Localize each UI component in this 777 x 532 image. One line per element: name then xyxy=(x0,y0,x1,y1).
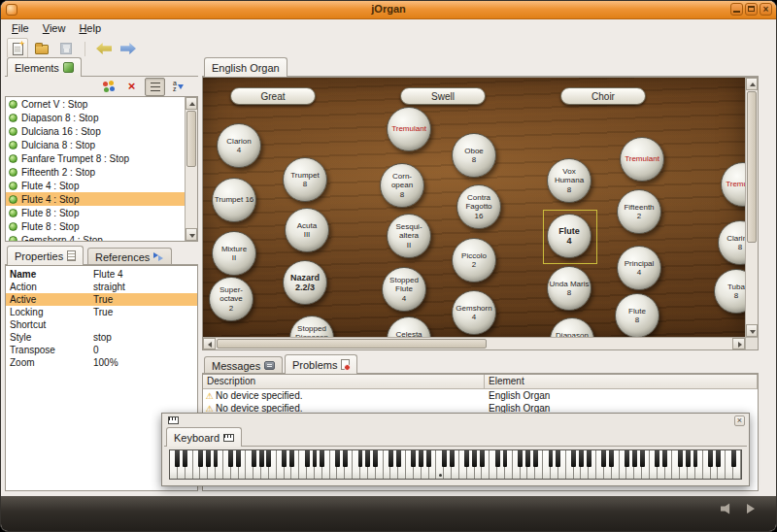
stop-knob[interactable]: Diapason8 xyxy=(550,317,594,337)
stop-knob[interactable]: StoppedDiapason8 xyxy=(289,316,334,337)
list-item[interactable]: Dulciana 8 : Stop xyxy=(6,138,185,151)
piano-black-key[interactable] xyxy=(282,450,287,467)
piano-black-key[interactable] xyxy=(175,450,180,467)
piano-black-key[interactable] xyxy=(396,450,401,467)
stop-knob[interactable]: Celesta8 xyxy=(387,316,431,337)
piano-black-key[interactable] xyxy=(289,450,294,467)
save-button[interactable] xyxy=(55,38,77,59)
scroll-up-button[interactable] xyxy=(186,97,197,110)
piano-black-key[interactable] xyxy=(640,450,645,467)
stop-knob[interactable]: Principal4 xyxy=(617,246,661,290)
list-item[interactable]: Flute 4 : Stop xyxy=(6,192,185,206)
property-row[interactable]: Transpose0 xyxy=(6,344,197,356)
organ-vertical-scrollbar[interactable] xyxy=(745,78,758,337)
play-icon[interactable] xyxy=(747,504,755,514)
piano-black-key[interactable] xyxy=(686,450,691,467)
division-great[interactable]: Great xyxy=(230,87,316,105)
piano-black-key[interactable] xyxy=(206,450,211,467)
piano-black-key[interactable] xyxy=(587,450,591,467)
list-item[interactable]: Flute 4 : Stop xyxy=(6,179,185,192)
stop-knob[interactable]: Sesqui-alteraII xyxy=(387,214,431,258)
list-item[interactable]: Gemshorn 4 : Stop xyxy=(6,233,185,241)
piano-black-key[interactable] xyxy=(228,450,233,467)
piano-black-key[interactable] xyxy=(358,450,363,467)
piano-black-key[interactable] xyxy=(419,450,423,467)
stop-knob[interactable]: Clarion4 xyxy=(217,123,261,168)
piano-black-key[interactable] xyxy=(252,450,256,467)
stop-knob[interactable]: Corn-opean8 xyxy=(380,163,424,208)
menu-help[interactable]: Help xyxy=(72,20,108,36)
piano-black-key[interactable] xyxy=(571,450,576,467)
stop-knob[interactable]: Tremulant xyxy=(387,107,431,151)
piano-black-key[interactable] xyxy=(655,450,659,467)
piano-black-key[interactable] xyxy=(518,450,523,467)
piano-black-key[interactable] xyxy=(472,450,477,467)
tab-properties[interactable]: Properties xyxy=(7,246,84,265)
piano-black-key[interactable] xyxy=(305,450,310,467)
tab-messages[interactable]: Messages xyxy=(204,356,283,374)
keyboard-close-button[interactable]: × xyxy=(734,416,745,426)
menu-file[interactable]: File xyxy=(5,20,36,36)
piano-black-key[interactable] xyxy=(495,450,500,467)
speaker-icon[interactable] xyxy=(721,503,733,515)
piano-black-key[interactable] xyxy=(503,450,508,467)
stop-knob[interactable]: Flute4 xyxy=(547,214,591,258)
list-item[interactable]: Dulciana 16 : Stop xyxy=(6,124,185,138)
stop-knob[interactable]: Unda Maris8 xyxy=(547,266,591,311)
list-item[interactable]: Flute 8 : Stop xyxy=(6,219,185,233)
piano-black-key[interactable] xyxy=(183,450,187,467)
piano-keyboard[interactable] xyxy=(169,449,742,480)
piano-black-key[interactable] xyxy=(442,450,447,467)
stop-knob[interactable]: VoxHumana8 xyxy=(547,158,591,203)
piano-black-key[interactable] xyxy=(731,450,736,467)
scroll-down-button[interactable] xyxy=(186,228,197,241)
piano-black-key[interactable] xyxy=(579,450,584,467)
stop-knob[interactable]: Tremulant xyxy=(721,162,745,207)
piano-black-key[interactable] xyxy=(320,450,324,467)
piano-black-key[interactable] xyxy=(601,450,606,467)
piano-black-key[interactable] xyxy=(388,450,393,467)
piano-black-key[interactable] xyxy=(632,450,637,467)
stop-knob[interactable]: Fifteenth2 xyxy=(617,189,661,234)
piano-black-key[interactable] xyxy=(236,450,241,467)
scroll-up-button[interactable] xyxy=(746,78,758,90)
list-item[interactable]: Fanfare Trumpet 8 : Stop xyxy=(6,151,185,165)
piano-black-key[interactable] xyxy=(716,450,721,467)
scroll-left-button[interactable] xyxy=(203,338,216,349)
elements-scrollbar[interactable] xyxy=(185,97,197,241)
piano-black-key[interactable] xyxy=(411,450,416,467)
list-item[interactable]: Cornet V : Stop xyxy=(6,97,185,111)
keyboard-window[interactable]: × Keyboard xyxy=(161,413,750,486)
stop-knob[interactable]: Tremulant xyxy=(620,137,664,182)
property-row[interactable]: Zoom100% xyxy=(6,356,197,369)
stop-knob[interactable]: Oboe8 xyxy=(452,133,496,178)
tab-references[interactable]: References xyxy=(87,248,172,265)
property-row[interactable]: Actionstraight xyxy=(6,281,197,293)
list-item[interactable]: Flute 8 : Stop xyxy=(6,206,185,219)
open-button[interactable] xyxy=(31,38,52,59)
division-choir[interactable]: Choir xyxy=(560,87,646,105)
piano-black-key[interactable] xyxy=(609,450,614,467)
tab-elements[interactable]: Elements xyxy=(7,57,82,77)
piano-black-key[interactable] xyxy=(625,450,629,467)
scrollbar-thumb[interactable] xyxy=(747,91,757,243)
scroll-down-button[interactable] xyxy=(746,324,758,337)
piano-black-key[interactable] xyxy=(549,450,554,467)
forward-button[interactable] xyxy=(118,38,139,59)
piano-black-key[interactable] xyxy=(525,450,530,467)
scrollbar-thumb[interactable] xyxy=(186,111,196,167)
piano-black-key[interactable] xyxy=(198,450,203,467)
stop-knob[interactable]: ContraFagotto16 xyxy=(456,184,501,229)
organ-horizontal-scrollbar[interactable] xyxy=(203,337,745,349)
column-description[interactable]: Description xyxy=(203,375,485,389)
piano-black-key[interactable] xyxy=(214,450,219,467)
piano-black-key[interactable] xyxy=(266,450,271,467)
piano-black-key[interactable] xyxy=(426,450,431,467)
delete-element-button[interactable]: × xyxy=(121,78,142,96)
add-element-button[interactable] xyxy=(98,78,118,96)
property-row[interactable]: NameFlute 4 xyxy=(6,268,197,281)
stop-knob[interactable]: Trumpet 16 xyxy=(212,178,256,222)
stop-knob[interactable]: Trumpet8 xyxy=(283,157,327,202)
minimize-button[interactable] xyxy=(730,3,743,16)
tab-english-organ[interactable]: English Organ xyxy=(204,57,287,77)
